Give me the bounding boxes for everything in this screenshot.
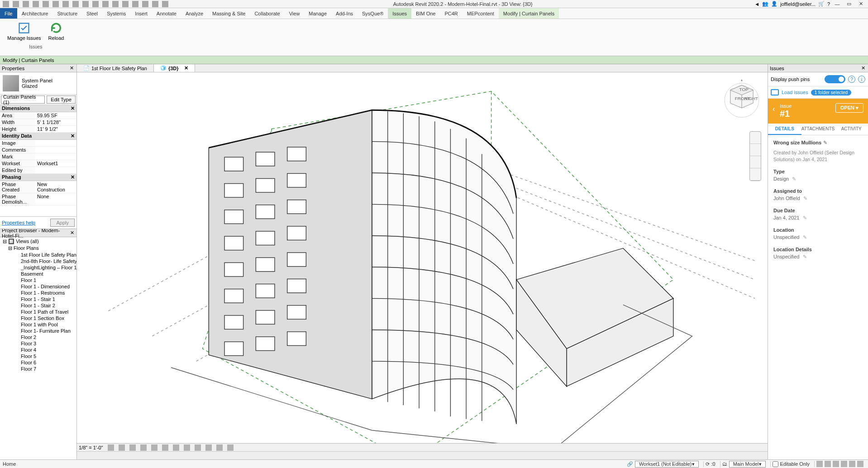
load-issues-link[interactable]: Load issues — [782, 90, 808, 95]
horizontal-scrollbar[interactable] — [77, 451, 768, 459]
tree-item[interactable]: Floor 1 Path of Travel — [0, 309, 76, 315]
menu-insert[interactable]: Insert — [130, 8, 152, 19]
visual-style-icon[interactable] — [119, 444, 125, 451]
menu-massing[interactable]: Massing & Site — [208, 8, 250, 19]
analytical-icon[interactable] — [216, 444, 223, 451]
property-row[interactable]: Phase Demolish...None — [0, 193, 76, 205]
apply-button[interactable]: Apply — [50, 219, 75, 227]
nav-pan-icon[interactable] — [750, 144, 761, 156]
qat-icon[interactable] — [112, 1, 119, 7]
shadows-icon[interactable] — [140, 444, 147, 451]
back-icon[interactable]: ‹ — [773, 105, 775, 113]
sun-path-icon[interactable] — [129, 444, 136, 451]
issue-status-button[interactable]: OPEN ▾ — [835, 103, 863, 113]
property-row[interactable]: Image — [0, 140, 76, 147]
qat-icon[interactable] — [82, 1, 89, 7]
tree-item[interactable]: Floor 1 - Restrooms — [0, 290, 76, 296]
pencil-icon[interactable]: ✎ — [803, 215, 807, 220]
tab-details[interactable]: DETAILS — [768, 124, 801, 135]
pencil-icon[interactable]: ✎ — [823, 140, 827, 145]
lock-icon[interactable] — [184, 444, 190, 451]
menu-pc4r[interactable]: PC4R — [440, 8, 462, 19]
menu-addins[interactable]: Add-Ins — [331, 8, 358, 19]
property-row[interactable]: Area59.95 SF — [0, 112, 76, 119]
tree-item[interactable]: Floor 1 with Pool — [0, 321, 76, 328]
rendering-icon[interactable] — [151, 444, 157, 451]
cart-icon[interactable]: 🛒 — [818, 1, 825, 7]
tree-item[interactable]: Floor 1- Furniture Plan — [0, 328, 76, 334]
view-tab[interactable]: 📄 1st Floor Life Safety Plan — [77, 64, 154, 72]
workset-selector[interactable]: Workset1 (Not Editable) ▾ — [635, 461, 699, 468]
qat-icon[interactable] — [152, 1, 158, 7]
property-row[interactable]: Phase CreatedNew Construction — [0, 181, 76, 193]
qat-icon[interactable] — [122, 1, 129, 7]
qat-icon[interactable] — [102, 1, 109, 7]
property-section-header[interactable]: Identity Data✕ — [0, 133, 76, 140]
3d-canvas[interactable]: FRONT RIGHT TOP — [77, 72, 768, 443]
property-row[interactable]: WorksetWorkset1 — [0, 160, 76, 167]
close-icon[interactable]: ✕ — [69, 230, 75, 236]
tree-item[interactable]: Floor 1 - Dimensioned — [0, 283, 76, 290]
tree-item[interactable]: Floor 1 - Stair 2 — [0, 302, 76, 309]
browser-tree[interactable]: ⊟ 🔲 Views (all) ⊟ Floor Plans 1st Floor … — [0, 237, 76, 459]
nav-wheel-icon[interactable] — [750, 132, 761, 144]
tab-attachments[interactable]: ATTACHMENTS — [801, 124, 835, 135]
help-icon[interactable]: ? — [848, 76, 855, 83]
pencil-icon[interactable]: ✎ — [792, 176, 796, 181]
menu-file[interactable]: File — [0, 8, 17, 19]
property-row[interactable]: Edited by — [0, 167, 76, 174]
property-row[interactable]: Comments — [0, 147, 76, 153]
tree-root[interactable]: ⊟ 🔲 Views (all) — [0, 238, 76, 245]
qat-icon[interactable] — [52, 1, 59, 7]
workset-icon[interactable]: 🔗 — [627, 461, 633, 467]
edit-type-button[interactable]: Edit Type — [47, 96, 76, 104]
property-section-header[interactable]: Dimensions✕ — [0, 105, 76, 112]
qat-icon[interactable] — [13, 1, 19, 7]
minimize-button[interactable]: — — [833, 1, 842, 7]
property-row[interactable]: Mark — [0, 153, 76, 160]
properties-help-link[interactable]: Properties help — [2, 220, 35, 225]
qat-icon[interactable] — [72, 1, 79, 7]
select-links-icon[interactable] — [816, 461, 823, 467]
tree-item[interactable]: Floor 5 — [0, 353, 76, 359]
properties-type-selector[interactable]: System Panel Glazed — [0, 72, 76, 95]
tree-item[interactable]: 1st Floor Life Safety Plan — [0, 252, 76, 258]
qat-icon[interactable] — [33, 1, 39, 7]
qat-icon[interactable] — [3, 1, 9, 7]
pencil-icon[interactable]: ✎ — [803, 234, 807, 240]
view-cube[interactable]: FRONT RIGHT TOP — [721, 78, 762, 119]
tree-item[interactable]: Floor 1 Section Box — [0, 315, 76, 321]
sync-icon[interactable]: ⟳ — [706, 461, 710, 467]
select-underlay-icon[interactable] — [825, 461, 831, 467]
recent-icon[interactable]: ◄ — [754, 1, 759, 7]
property-row[interactable]: Width5' 1 1/128" — [0, 119, 76, 126]
help-icon[interactable]: ? — [827, 1, 830, 7]
share-icon[interactable]: 👥 — [762, 1, 768, 7]
qat-icon[interactable] — [43, 1, 49, 7]
view-tab-active[interactable]: 🧊 {3D}✕ — [154, 64, 195, 72]
tree-group[interactable]: ⊟ Floor Plans — [0, 245, 76, 252]
browser-header[interactable]: Project Browser - Modern-Hotel-Fi... ✕ — [0, 229, 76, 237]
load-issues-row[interactable]: Load issues 1 folder selected — [768, 86, 868, 99]
menu-sysque[interactable]: SysQue® — [358, 8, 388, 19]
menu-annotate[interactable]: Annotate — [152, 8, 181, 19]
navigation-bar[interactable] — [749, 131, 761, 181]
menu-steel[interactable]: Steel — [82, 8, 102, 19]
maximize-button[interactable]: ▭ — [844, 1, 854, 7]
info-icon[interactable]: i — [858, 76, 865, 83]
properties-header[interactable]: Properties ✕ — [0, 64, 76, 72]
reload-button[interactable]: Reload — [45, 21, 68, 42]
detail-level-icon[interactable] — [108, 444, 114, 451]
property-row[interactable]: Height11' 9 1/2" — [0, 126, 76, 133]
qat-icon[interactable] — [62, 1, 69, 7]
editable-only-checkbox[interactable] — [773, 461, 778, 467]
nav-zoom-icon[interactable] — [750, 156, 761, 168]
select-pinned-icon[interactable] — [833, 461, 839, 467]
close-button[interactable]: ✕ — [856, 1, 865, 7]
tree-item[interactable]: Floor 1 — [0, 277, 76, 283]
tree-item[interactable]: _InsightLighting – Floor 1 — [0, 264, 76, 271]
menu-issues[interactable]: Issues — [388, 8, 411, 19]
tree-item[interactable]: Basement — [0, 271, 76, 277]
pencil-icon[interactable]: ✎ — [803, 254, 807, 259]
close-icon[interactable]: ✕ — [860, 65, 866, 71]
